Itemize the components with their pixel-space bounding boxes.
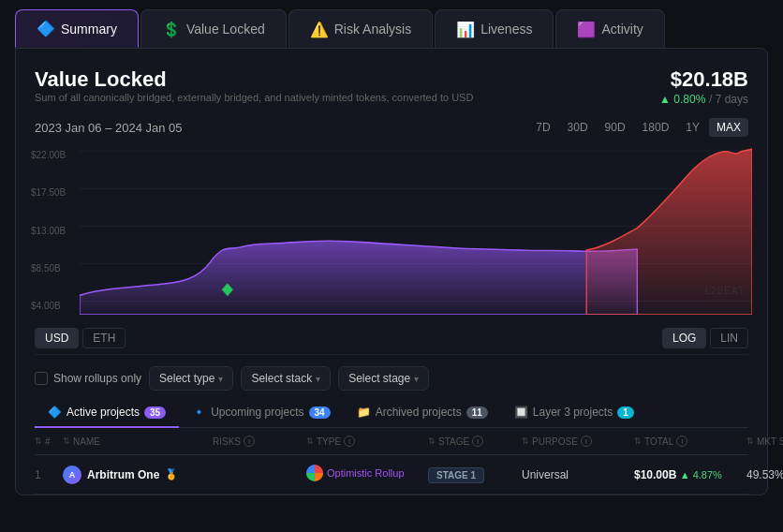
table-header: ⇅ # ⇅ NAME RISKS i ⇅ TYPE i ⇅ STAGE i ⇅ … [35,428,748,455]
table-row[interactable]: 1 A Arbitrum One 🏅 Optimistic Rollup STA… [35,455,748,495]
tab-activity-label: Activity [601,22,643,37]
th-risks-label: RISKS [213,436,241,447]
proj-tab-layer3[interactable]: 🔲 Layer 3 projects 1 [501,398,647,428]
tab-risk-analysis[interactable]: ⚠️ Risk Analysis [288,9,433,48]
row-stage: STAGE 1 [428,468,522,481]
vl-change: ▲ 0.80% [659,93,705,106]
vl-amount: $20.18B [659,67,748,92]
total-value: $10.00B [634,468,676,481]
purpose-info-icon[interactable]: i [581,436,592,447]
liveness-icon: 📊 [456,21,475,38]
th-stage: ⇅ STAGE i [428,436,522,447]
chart-label-0: $22.00B [31,150,66,160]
rollups-checkbox[interactable] [35,372,48,385]
select-stack-btn[interactable]: Select stack ▾ [241,366,331,391]
layer3-label: Layer 3 projects [533,406,613,419]
sort-name-icon: ⇅ [63,436,70,446]
row-total: $10.00B ▲ 4.87% [634,468,746,481]
vl-header: Value Locked Sum of all canonically brid… [35,67,748,114]
scale-log[interactable]: LOG [662,328,706,348]
optimistic-icon [306,465,323,481]
time-btn-30d[interactable]: 30D [560,118,596,137]
tab-summary[interactable]: 🔷 Summary [15,9,139,48]
th-mktshare: ⇅ MKT SHARE i [746,436,783,447]
currency-buttons: USD ETH [35,328,126,348]
scale-buttons: LOG LIN [662,328,748,348]
active-label: Active projects [66,406,140,419]
sort-stage-icon: ⇅ [428,436,436,446]
project-name-label: Arbitrum One [87,468,159,481]
proj-tab-active[interactable]: 🔷 Active projects 35 [35,398,179,428]
sort-purpose-icon: ⇅ [522,436,529,446]
th-total: ⇅ TOTAL i [634,436,746,447]
select-type-label: Select type [159,372,214,385]
th-purpose-label: PURPOSE [532,436,578,447]
date-range: 2023 Jan 06 – 2024 Jan 05 [35,121,183,135]
sort-mkt-icon: ⇅ [746,436,754,446]
total-change: ▲ 4.87% [680,469,722,480]
stage-info-icon[interactable]: i [472,436,483,447]
chart-labels: $22.00B $17.50B $13.00B $8.50B $4.00B [31,146,66,315]
tab-value-locked[interactable]: 💲 Value Locked [140,9,287,48]
activity-icon: 🟪 [577,21,596,38]
currency-usd[interactable]: USD [35,328,79,348]
th-stage-label: STAGE [438,436,469,447]
vl-change-row: ▲ 0.80% / 7 days [659,92,748,106]
proj-tab-upcoming[interactable]: 🔹 Upcoming projects 34 [179,398,344,428]
upcoming-label: Upcoming projects [211,406,303,419]
layer3-badge: 1 [617,406,634,419]
upcoming-badge: 34 [309,406,331,419]
filter-row: Show rollups only Select type ▾ Select s… [35,354,748,398]
nav-tabs: 🔷 Summary 💲 Value Locked ⚠️ Risk Analysi… [0,0,783,48]
vl-amount-section: $20.18B ▲ 0.80% / 7 days [659,67,748,106]
chart-label-1: $17.50B [31,187,66,198]
total-info-icon[interactable]: i [676,436,687,447]
project-icon: A [63,466,81,484]
proj-tab-archived[interactable]: 📁 Archived projects 11 [344,398,501,428]
layer3-icon: 🔲 [514,406,528,419]
active-badge: 35 [144,406,166,419]
date-row: 2023 Jan 06 – 2024 Jan 05 7D 30D 90D 180… [35,118,748,137]
select-type-chevron-icon: ▾ [218,374,223,384]
archived-badge: 11 [466,406,488,419]
select-type-btn[interactable]: Select type ▾ [149,366,233,391]
select-stack-label: Select stack [251,372,312,385]
risks-info-icon[interactable]: i [244,436,255,447]
upcoming-icon: 🔹 [192,406,206,419]
time-btn-7d[interactable]: 7D [528,118,557,137]
tab-liveness-label: Liveness [480,22,532,37]
time-btn-90d[interactable]: 90D [598,118,633,137]
tab-liveness[interactable]: 📊 Liveness [435,9,554,48]
active-icon: 🔷 [48,406,62,419]
th-risks: RISKS i [213,436,306,447]
show-rollups-toggle[interactable]: Show rollups only [35,372,141,385]
vl-title-section: Value Locked Sum of all canonically brid… [35,67,473,114]
sort-total-icon: ⇅ [634,436,642,446]
type-badge: Optimistic Rollup [306,465,405,481]
type-info-icon[interactable]: i [344,436,355,447]
project-tabs: 🔷 Active projects 35 🔹 Upcoming projects… [35,398,748,428]
row-mktshare: 49.53% [746,468,783,481]
th-name: ⇅ NAME [63,436,213,447]
tab-risk-analysis-label: Risk Analysis [334,22,411,37]
select-stack-chevron-icon: ▾ [316,374,320,384]
tab-summary-label: Summary [61,22,117,37]
time-btn-180d[interactable]: 180D [635,118,677,137]
th-num: ⇅ # [35,436,63,447]
row-purpose: Universal [522,468,634,481]
time-btn-1y[interactable]: 1Y [678,118,707,137]
time-btn-max[interactable]: MAX [709,118,748,137]
vl-subtitle: Sum of all canonically bridged, external… [35,92,473,103]
project-name: A Arbitrum One 🏅 [63,466,213,484]
value-locked-icon: 💲 [162,21,181,38]
scale-lin[interactable]: LIN [710,328,748,348]
select-stage-btn[interactable]: Select stage ▾ [338,366,429,391]
row-num: 1 [35,468,63,481]
tab-activity[interactable]: 🟪 Activity [555,9,664,48]
select-stage-label: Select stage [348,372,410,385]
archived-icon: 📁 [357,406,371,419]
chart-bottom: USD ETH LOG LIN [35,322,748,354]
currency-eth[interactable]: ETH [82,328,126,348]
show-rollups-label: Show rollups only [53,372,141,385]
select-stage-chevron-icon: ▾ [414,374,419,384]
